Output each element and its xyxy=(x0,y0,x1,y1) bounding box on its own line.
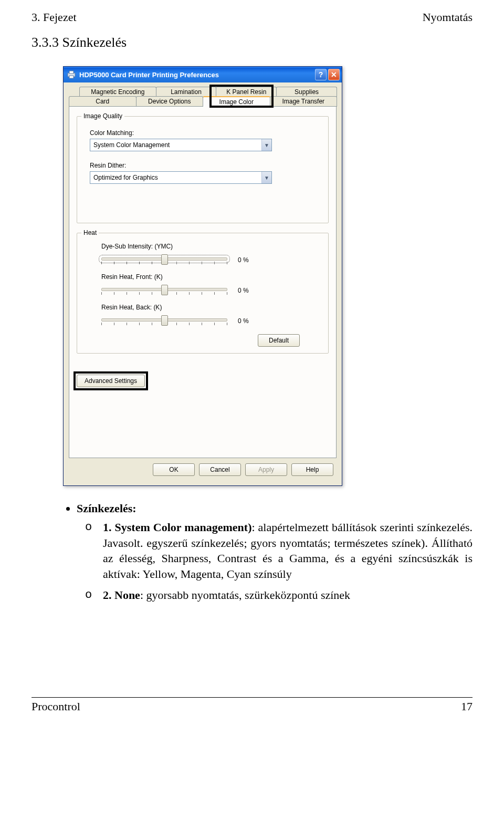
slider-resin-heat-back[interactable] xyxy=(101,313,227,329)
tab-panel-image-color: Image Quality Color Matching: System Col… xyxy=(69,106,337,458)
slider-value-ymc: 0 % xyxy=(238,256,259,264)
color-matching-value: System Color Management xyxy=(90,141,261,149)
slider-dye-sub-intensity[interactable] xyxy=(101,252,227,268)
svg-rect-2 xyxy=(69,76,74,78)
header-right: Nyomtatás xyxy=(423,11,472,24)
slider-resin-heat-front[interactable] xyxy=(101,283,227,298)
slider-value-back-k: 0 % xyxy=(238,317,259,325)
titlebar[interactable]: HDP5000 Card Printer Printing Preference… xyxy=(64,67,342,82)
help-button[interactable]: Help xyxy=(291,463,333,476)
close-button[interactable]: ✕ xyxy=(328,69,340,80)
tab-card[interactable]: Card xyxy=(69,96,136,107)
apply-button[interactable]: Apply xyxy=(245,463,287,476)
group-image-quality-legend: Image Quality xyxy=(81,112,124,120)
chapter-label: 3. Fejezet xyxy=(32,11,77,24)
preferences-dialog: HDP5000 Card Printer Printing Preference… xyxy=(63,66,342,486)
footer-left: Procontrol xyxy=(32,700,80,713)
resin-dither-value: Optimized for Graphics xyxy=(90,174,261,181)
item2-rest: : gyorsabb nyomtatás, szürkeközpontú szí… xyxy=(140,588,350,602)
tab-k-panel-resin[interactable]: K Panel Resin xyxy=(216,87,277,97)
list-item: 1. System Color management): alapértelme… xyxy=(103,520,472,582)
tab-image-transfer[interactable]: Image Transfer xyxy=(270,96,338,107)
chevron-down-icon: ▼ xyxy=(261,172,271,183)
footer-page-number: 17 xyxy=(461,700,472,713)
tab-supplies[interactable]: Supplies xyxy=(276,87,337,97)
default-button[interactable]: Default xyxy=(258,334,300,347)
tab-device-options[interactable]: Device Options xyxy=(136,96,204,107)
item2-lead: 2. None xyxy=(103,588,140,602)
bullets-heading: Színkezelés: xyxy=(77,502,136,515)
slider-label-back-k: Resin Heat, Back: (K) xyxy=(101,304,321,311)
tabs: Magnetic Encoding Lamination K Panel Res… xyxy=(69,87,337,458)
window-title: HDP5000 Card Printer Printing Preference… xyxy=(79,71,315,79)
resin-dither-dropdown[interactable]: Optimized for Graphics ▼ xyxy=(90,171,272,184)
slider-label-front-k: Resin Heat, Front: (K) xyxy=(101,273,321,281)
tab-lamination[interactable]: Lamination xyxy=(156,87,217,97)
tab-magnetic-encoding[interactable]: Magnetic Encoding xyxy=(79,87,156,97)
help-title-button[interactable]: ? xyxy=(315,69,327,80)
slider-label-ymc: Dye-Sub Intensity: (YMC) xyxy=(101,243,321,250)
group-image-quality: Image Quality Color Matching: System Col… xyxy=(77,116,329,223)
advanced-settings-button[interactable]: Advanced Settings xyxy=(77,375,145,387)
list-item: 2. None: gyorsabb nyomtatás, szürkeközpo… xyxy=(103,587,472,603)
resin-dither-label: Resin Dither: xyxy=(90,162,321,169)
slider-thumb-icon xyxy=(161,285,168,295)
color-matching-label: Color Matching: xyxy=(90,129,321,137)
item1-lead: 1. System Color management) xyxy=(103,521,251,534)
page-footer: Procontrol 17 xyxy=(32,697,472,713)
group-heat: Heat Dye-Sub Intensity: (YMC) 0 % Resin … xyxy=(77,233,329,354)
printer-icon xyxy=(67,70,76,79)
slider-thumb-icon xyxy=(161,315,168,326)
ok-button[interactable]: OK xyxy=(153,463,195,476)
slider-value-front-k: 0 % xyxy=(238,287,259,294)
bullet-section: Színkezelés: 1. System Color management)… xyxy=(63,502,472,603)
svg-rect-1 xyxy=(69,71,74,74)
chevron-down-icon: ▼ xyxy=(261,139,271,151)
cancel-button[interactable]: Cancel xyxy=(199,463,241,476)
section-title: 3.3.3 Színkezelés xyxy=(32,35,472,50)
slider-thumb-icon xyxy=(161,254,168,265)
group-heat-legend: Heat xyxy=(81,229,99,236)
tab-image-color[interactable]: Image Color xyxy=(203,96,270,107)
dialog-button-row: OK Cancel Apply Help xyxy=(69,458,337,480)
color-matching-dropdown[interactable]: System Color Management ▼ xyxy=(90,139,272,151)
